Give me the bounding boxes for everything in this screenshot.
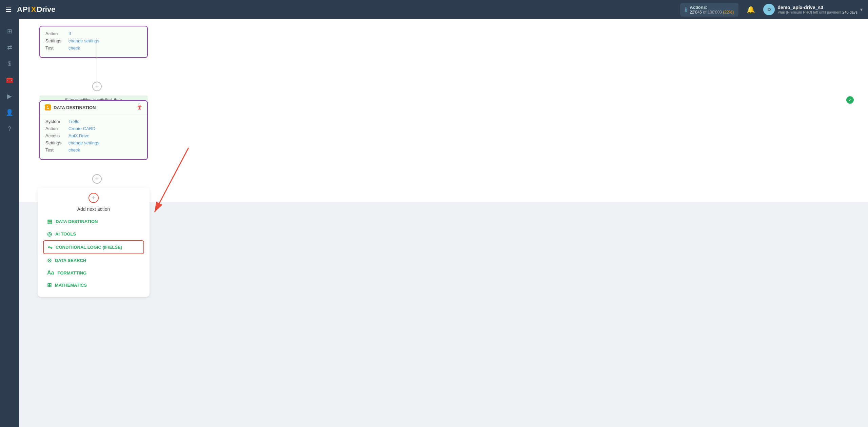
sidebar-item-home[interactable]: ⊞ bbox=[3, 24, 16, 38]
plus-button-bottom[interactable]: + bbox=[92, 174, 102, 184]
sidebar-item-billing[interactable]: $ bbox=[3, 57, 16, 70]
data-search-icon: ⊙ bbox=[47, 257, 52, 264]
mathematics-icon: ⊞ bbox=[47, 282, 52, 288]
user-days: 240 days bbox=[842, 10, 857, 14]
action-value2[interactable]: Create CARD bbox=[68, 126, 95, 131]
menu-item-conditional-logic[interactable]: ⇋ CONDITIONAL LOGIC (IF/ELSE) bbox=[43, 240, 144, 254]
actions-label: Actions: bbox=[690, 5, 734, 10]
test-label2: Test bbox=[45, 147, 66, 152]
user-name: demo_apix-drive_s3 bbox=[777, 5, 857, 10]
action-label2: Action bbox=[45, 126, 66, 131]
menu-item-label-ai-tools: AI TOOLS bbox=[55, 231, 76, 237]
actions-pct: (22%) bbox=[723, 10, 734, 15]
menu-item-label-mathematics: MATHEMATICS bbox=[55, 283, 87, 288]
actions-count: 22'046 of 100'000 (22%) bbox=[690, 10, 734, 15]
avatar: D bbox=[763, 4, 775, 15]
sidebar: ⊞ ⇄ $ 🧰 ▶ 👤 ? bbox=[0, 19, 19, 427]
user-area[interactable]: D demo_apix-drive_s3 Plan |Premium PRO| … bbox=[763, 4, 863, 15]
menu-item-label-data-search: DATA SEARCH bbox=[55, 258, 86, 263]
dest-settings-link[interactable]: change settings bbox=[68, 140, 99, 145]
system-value[interactable]: Trello bbox=[68, 119, 79, 124]
logo-api: API bbox=[17, 5, 31, 14]
condition-card: Action If Settings change settings Test … bbox=[39, 26, 148, 58]
add-next-label: Add next action bbox=[77, 206, 110, 212]
dest-test-link[interactable]: check bbox=[68, 147, 80, 152]
menu-item-label-data-destination: DATA DESTINATION bbox=[56, 219, 98, 224]
formatting-icon: Aa bbox=[47, 270, 54, 276]
dest-card: 1 DATA DESTINATION 🗑 System Trello Actio… bbox=[39, 100, 148, 160]
menu-item-data-destination[interactable]: ▤ DATA DESTINATION bbox=[43, 215, 144, 228]
canvas: Action If Settings change settings Test … bbox=[19, 19, 868, 427]
delete-icon[interactable]: 🗑 bbox=[137, 104, 142, 110]
logo-drive: Drive bbox=[37, 5, 55, 14]
sidebar-item-account[interactable]: 👤 bbox=[3, 106, 16, 119]
settings-label2: Settings bbox=[45, 140, 66, 145]
sidebar-item-connections[interactable]: ⇄ bbox=[3, 41, 16, 54]
bell-icon[interactable]: 🔔 bbox=[744, 3, 758, 16]
sidebar-item-services[interactable]: 🧰 bbox=[3, 73, 16, 87]
actions-used: 22'046 bbox=[690, 10, 702, 15]
access-label: Access bbox=[45, 133, 66, 138]
plus-button-top[interactable]: + bbox=[92, 82, 102, 91]
add-next-plus-button[interactable]: + bbox=[88, 193, 99, 203]
settings-label: Settings bbox=[45, 38, 66, 43]
add-action-button-bottom[interactable]: + bbox=[92, 174, 102, 184]
menu-item-mathematics[interactable]: ⊞ MATHEMATICS bbox=[43, 279, 144, 291]
access-value[interactable]: ApiX Drive bbox=[68, 133, 89, 138]
conditional-logic-icon: ⇋ bbox=[48, 244, 52, 250]
info-icon: ℹ bbox=[685, 6, 687, 13]
connector-line-top bbox=[97, 39, 97, 82]
menu-items: ▤ DATA DESTINATION ◎ AI TOOLS ⇋ CONDITIO… bbox=[38, 215, 150, 291]
action-value[interactable]: If bbox=[68, 31, 71, 36]
user-plan: Plan |Premium PRO| left until payment 24… bbox=[777, 10, 857, 14]
logo-x: X bbox=[31, 5, 36, 14]
chevron-down-icon: ▾ bbox=[860, 7, 863, 12]
menu-item-label-formatting: FORMATTING bbox=[57, 270, 86, 276]
sidebar-item-media[interactable]: ▶ bbox=[3, 89, 16, 103]
actions-of: of bbox=[703, 10, 707, 15]
sidebar-item-help[interactable]: ? bbox=[3, 122, 16, 136]
add-action-button-top[interactable]: + bbox=[92, 82, 102, 91]
menu-item-ai-tools[interactable]: ◎ AI TOOLS bbox=[43, 228, 144, 240]
system-label: System bbox=[45, 119, 66, 124]
hamburger-icon[interactable]: ☰ bbox=[5, 5, 12, 14]
action-label: Action bbox=[45, 31, 66, 36]
main-canvas: Action If Settings change settings Test … bbox=[19, 19, 868, 427]
add-next-action-panel: + Add next action ▤ DATA DESTINATION ◎ A… bbox=[38, 187, 150, 297]
menu-item-formatting[interactable]: Aa FORMATTING bbox=[43, 267, 144, 279]
menu-item-label-conditional-logic: CONDITIONAL LOGIC (IF/ELSE) bbox=[56, 245, 122, 250]
menu-item-data-search[interactable]: ⊙ DATA SEARCH bbox=[43, 254, 144, 267]
actions-total: 100'000 bbox=[708, 10, 722, 15]
dest-title: DATA DESTINATION bbox=[54, 105, 96, 110]
check-badge: ✓ bbox=[846, 96, 854, 104]
test-label: Test bbox=[45, 45, 66, 50]
dest-number: 1 bbox=[45, 104, 51, 110]
topnav: ☰ API X Drive ℹ Actions: 22'046 of 100'0… bbox=[0, 0, 868, 19]
data-destination-icon: ▤ bbox=[47, 218, 52, 225]
test-check-link[interactable]: check bbox=[68, 45, 80, 50]
actions-badge: ℹ Actions: 22'046 of 100'000 (22%) bbox=[680, 3, 738, 17]
logo: API X Drive bbox=[17, 5, 55, 14]
ai-tools-icon: ◎ bbox=[47, 231, 52, 237]
change-settings-link[interactable]: change settings bbox=[68, 38, 99, 43]
